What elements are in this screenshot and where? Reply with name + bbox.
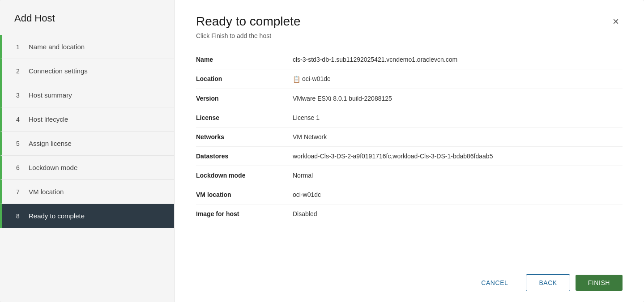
- field-label: Datastores: [196, 147, 286, 166]
- step-label: Host lifecycle: [29, 115, 68, 123]
- table-row: License License 1: [196, 108, 623, 128]
- dialog-title: Add Host: [0, 0, 174, 35]
- table-row: Version VMware ESXi 8.0.1 build-22088125: [196, 89, 623, 108]
- location-icon: 📋: [293, 76, 300, 83]
- step-label: Ready to complete: [29, 212, 85, 220]
- footer: CANCEL BACK FINISH: [175, 266, 644, 302]
- step-label: VM location: [29, 188, 64, 196]
- field-value: oci-w01dc: [286, 185, 623, 204]
- finish-button[interactable]: FINISH: [576, 275, 623, 291]
- page-title: Ready to complete: [196, 14, 300, 29]
- field-value: Normal: [286, 166, 623, 185]
- back-button[interactable]: BACK: [526, 274, 570, 291]
- field-value: 📋oci-w01dc: [286, 69, 623, 89]
- step-number: 4: [16, 116, 23, 123]
- step-number: 8: [16, 213, 23, 220]
- step-label: Lockdown mode: [29, 164, 77, 171]
- sidebar-item-host-lifecycle[interactable]: 4Host lifecycle: [0, 107, 174, 132]
- step-number: 2: [16, 68, 23, 75]
- field-label: VM location: [196, 185, 286, 204]
- sidebar-item-lockdown-mode[interactable]: 6Lockdown mode: [0, 156, 174, 180]
- table-row: Lockdown mode Normal: [196, 166, 623, 185]
- sidebar-item-host-summary[interactable]: 3Host summary: [0, 83, 174, 107]
- field-label: License: [196, 108, 286, 128]
- field-value: workload-Cls-3-DS-2-a9f0191716fc,workloa…: [286, 147, 623, 166]
- field-label: Location: [196, 69, 286, 89]
- sidebar-item-ready-to-complete[interactable]: 8Ready to complete: [0, 204, 174, 228]
- page-subtitle: Click Finish to add the host: [175, 29, 644, 50]
- main-content: Name cls-3-std3-db-1.sub11292025421.vcnd…: [175, 50, 644, 266]
- field-value: License 1: [286, 108, 623, 128]
- main-header: Ready to complete ×: [175, 0, 644, 29]
- table-row: VM location oci-w01dc: [196, 185, 623, 204]
- table-row: Name cls-3-std3-db-1.sub11292025421.vcnd…: [196, 50, 623, 69]
- field-label: Version: [196, 89, 286, 108]
- sidebar-nav: 1Name and location2Connection settings3H…: [0, 35, 174, 228]
- step-label: Host summary: [29, 91, 72, 99]
- table-row: Image for host Disabled: [196, 204, 623, 224]
- sidebar-item-vm-location[interactable]: 7VM location: [0, 180, 174, 204]
- step-number: 1: [16, 43, 23, 51]
- field-value: VM Network: [286, 128, 623, 147]
- sidebar-item-name-and-location[interactable]: 1Name and location: [0, 35, 174, 59]
- table-row: Datastores workload-Cls-3-DS-2-a9f019171…: [196, 147, 623, 166]
- summary-table: Name cls-3-std3-db-1.sub11292025421.vcnd…: [196, 50, 623, 223]
- field-value: VMware ESXi 8.0.1 build-22088125: [286, 89, 623, 108]
- close-button[interactable]: ×: [609, 14, 623, 29]
- sidebar-item-assign-license[interactable]: 5Assign license: [0, 132, 174, 156]
- table-row: Location 📋oci-w01dc: [196, 69, 623, 89]
- field-value: Disabled: [286, 204, 623, 224]
- main-panel: Ready to complete × Click Finish to add …: [175, 0, 644, 302]
- field-label: Networks: [196, 128, 286, 147]
- add-host-dialog: Add Host 1Name and location2Connection s…: [0, 0, 644, 302]
- step-label: Connection settings: [29, 67, 88, 75]
- sidebar: Add Host 1Name and location2Connection s…: [0, 0, 175, 302]
- field-value: cls-3-std3-db-1.sub11292025421.vcndemo1.…: [286, 50, 623, 69]
- step-number: 5: [16, 140, 23, 147]
- step-number: 3: [16, 92, 23, 99]
- table-row: Networks VM Network: [196, 128, 623, 147]
- field-label: Lockdown mode: [196, 166, 286, 185]
- step-label: Name and location: [29, 43, 85, 51]
- field-label: Name: [196, 50, 286, 69]
- cancel-button[interactable]: CANCEL: [469, 275, 520, 291]
- sidebar-item-connection-settings[interactable]: 2Connection settings: [0, 59, 174, 83]
- step-label: Assign license: [29, 140, 72, 147]
- field-label: Image for host: [196, 204, 286, 224]
- step-number: 7: [16, 188, 23, 196]
- step-number: 6: [16, 164, 23, 171]
